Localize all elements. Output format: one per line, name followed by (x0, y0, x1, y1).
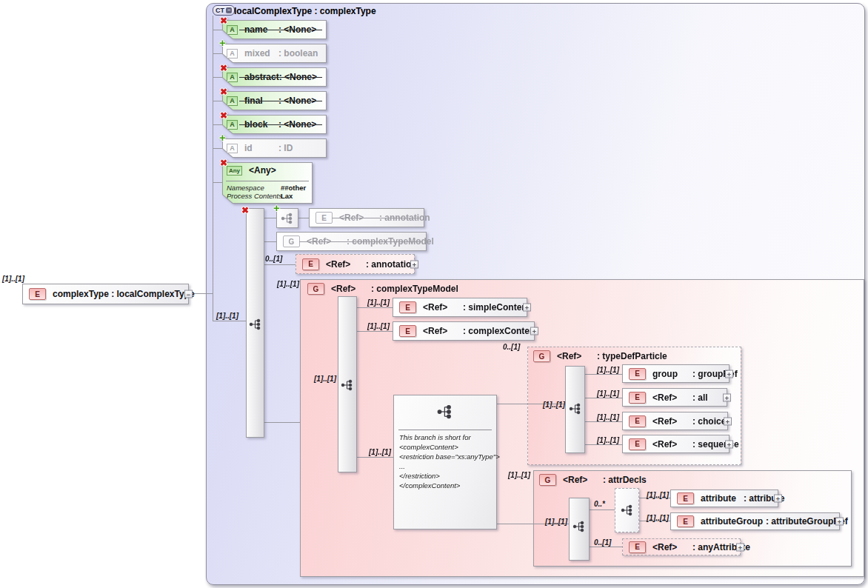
ref-name: <Ref> (423, 302, 463, 313)
choice-bar[interactable] (565, 366, 585, 453)
attribute-row-final[interactable]: A final : <None> ✖ (222, 91, 327, 110)
group-name: <Ref> (563, 475, 603, 485)
expand-button[interactable]: + (725, 370, 733, 378)
occurrence-label: [1]..[1] (597, 413, 619, 421)
sequence-bar[interactable] (246, 208, 264, 438)
group-complextypemodel-header: G <Ref> : complexTypeModel (301, 283, 458, 295)
element-icon: E (677, 515, 694, 527)
attribute-row-name[interactable]: A name : <None> ✖ (222, 20, 327, 39)
group-icon: G (283, 235, 300, 247)
connector-line (264, 241, 276, 242)
sequence-icon (249, 318, 261, 330)
ref-type: : choice (692, 416, 726, 427)
note-line: </complexContent> (399, 481, 460, 490)
element-complextype-box[interactable]: E complexType : localComplexType − (22, 284, 189, 304)
note-box[interactable]: This branch is short for <complexContent… (393, 395, 497, 529)
connector-line (590, 510, 615, 510)
occurrence-label: [1]..[1] (367, 322, 390, 330)
group-typedefparticle-header: G <Ref> : typeDefParticle (527, 350, 667, 362)
ref-anyattribute-row[interactable]: E <Ref> : anyAttribute + (622, 538, 741, 555)
collapse-button[interactable]: − (184, 290, 193, 298)
connector-line (213, 101, 222, 101)
connector-line (298, 218, 309, 218)
group-icon: G (307, 283, 324, 295)
occurrence-label: [1]..[1] (216, 312, 238, 320)
expand-button[interactable]: + (523, 304, 531, 312)
group-name: <Ref> (557, 351, 597, 361)
expand-button[interactable]: + (736, 543, 744, 551)
ref-annotation-row[interactable]: E <Ref> : annotation + (296, 254, 415, 274)
choice-bar[interactable] (338, 296, 357, 472)
expand-button[interactable]: + (530, 327, 538, 335)
connector-line (213, 30, 222, 30)
group-icon: G (533, 350, 550, 362)
attribute-row-block[interactable]: A block : <None> ✖ (222, 115, 327, 134)
ref-name: <Ref> (326, 259, 366, 270)
occurrence-label: [1]..[1] (508, 471, 530, 479)
ref-annotation-base-row[interactable]: E <Ref> : annotation (309, 208, 424, 227)
expand-button[interactable]: + (724, 417, 732, 425)
sequence-bar[interactable] (569, 498, 590, 561)
any-wildcard-box[interactable]: Any <Any> Namespace ##other Process Cont… (222, 162, 313, 204)
collapse-icon[interactable]: − (226, 7, 232, 13)
attribute-row-id[interactable]: A id : ID + (222, 138, 327, 158)
ref-sequence-row[interactable]: E <Ref> : sequence + (622, 435, 730, 453)
element-icon: E (29, 288, 46, 300)
add-badge-icon: + (273, 204, 280, 213)
ref-name: attribute (701, 493, 744, 504)
connector-line (213, 16, 213, 321)
prohibited-badge-icon: ✖ (220, 110, 227, 121)
ref-name: <Ref> (652, 392, 692, 403)
choice-icon (569, 403, 581, 415)
element-icon: E (629, 438, 646, 450)
ref-complextypemodel-base-row[interactable]: G <Ref> : complexTypeModel (276, 232, 427, 251)
choice-box[interactable] (615, 488, 639, 532)
occurrence-label: [1]..[1] (2, 275, 24, 283)
ref-complexcontent-row[interactable]: E <Ref> : complexContent + (393, 321, 535, 341)
ref-name: <Ref> (652, 439, 692, 450)
any-process-contents-label: Process Contents (227, 192, 282, 200)
schema-diagram: CT − localComplexType : complexType [1].… (0, 0, 868, 588)
occurrence-label: [1]..[1] (647, 491, 669, 499)
element-icon: E (629, 415, 646, 427)
ref-all-row[interactable]: E <Ref> : all + (622, 388, 727, 407)
strike-line (299, 241, 421, 242)
connector-line (264, 422, 300, 423)
add-badge-icon: + (219, 39, 226, 47)
element-icon: E (302, 258, 319, 270)
connector-line (585, 421, 622, 422)
attribute-row-abstract[interactable]: A abstract : <None> ✖ (222, 67, 327, 87)
complextype-title: localComplexType : complexType (234, 6, 376, 16)
connector-line (585, 444, 622, 445)
element-icon: E (629, 368, 646, 380)
base-sequence-box[interactable]: + (276, 208, 298, 228)
ref-attribute-row[interactable]: E attribute : attribute + (670, 490, 778, 507)
group-attrdecls-header: G <Ref> : attrDecls (533, 474, 647, 486)
ref-choice-row[interactable]: E <Ref> : choice + (622, 412, 728, 430)
connector-line (264, 264, 296, 265)
choice-icon (341, 379, 354, 391)
expand-button[interactable]: + (410, 260, 418, 268)
expand-button[interactable]: + (725, 440, 733, 448)
expand-button[interactable]: + (835, 518, 844, 526)
any-process-contents-value: Lax (281, 192, 293, 200)
occurrence-label: [1]..[1] (597, 390, 619, 398)
add-badge-icon: + (219, 133, 226, 142)
occurrence-label: [1]..[1] (647, 514, 669, 522)
connector-line (357, 307, 393, 308)
occurrence-label: [1]..[1] (545, 518, 567, 526)
expand-button[interactable]: + (774, 495, 782, 503)
connector-line (590, 547, 622, 547)
attribute-row-mixed[interactable]: A mixed : boolean + (222, 44, 327, 63)
ref-group-row[interactable]: E group : groupRef + (622, 364, 730, 383)
ref-simplecontent-row[interactable]: E <Ref> : simpleContent + (393, 298, 527, 317)
strike-line (332, 218, 419, 218)
ref-name: attributeGroup (701, 516, 766, 527)
ref-attributegroup-row[interactable]: E attributeGroup : attributeGroupRef + (670, 512, 840, 530)
sequence-icon (573, 521, 586, 532)
expand-button[interactable]: + (723, 393, 731, 401)
ref-type: : simpleContent (463, 302, 530, 313)
element-icon: E (399, 325, 416, 337)
occurrence-label: 0..* (594, 500, 605, 508)
prohibited-badge-icon: ✖ (220, 158, 227, 168)
